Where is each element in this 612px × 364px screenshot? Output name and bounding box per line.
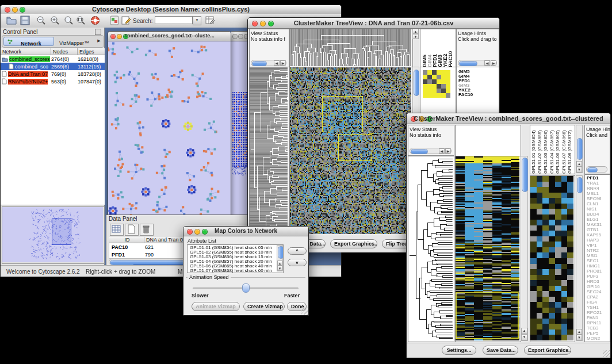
scroll-down-button[interactable]: ▼ [521,334,527,340]
network-name-cell[interactable]: combined_sco [1,63,51,70]
scrollbar-thumb[interactable] [278,246,284,259]
scroll-left-button[interactable]: ◀ [439,148,445,154]
search-input[interactable] [155,16,193,24]
resize-grip[interactable] [301,308,308,315]
tv1-global-heatmap[interactable] [289,67,413,236]
tv2-labels-vscrollbar[interactable]: ▲ ▼ [576,125,583,173]
delete-attribute-icon[interactable] [140,224,154,236]
network-frame-titlebar[interactable]: combined_scores_good.txt--cluste... [108,32,231,41]
scroll-up-button[interactable]: ▲ [576,161,582,167]
birdseye-view[interactable] [2,206,105,264]
scroll-up-button[interactable]: ▲ [412,29,419,34]
scroll-left-button[interactable]: ◀ [274,60,280,66]
scrollbar-thumb[interactable] [587,167,598,173]
export-graphics-button[interactable]: Export Graphics... [330,239,377,248]
search-dropdown-button[interactable]: ▼ [193,16,201,25]
save-data-button[interactable]: Save Data... [483,346,518,355]
view-status-hscrollbar[interactable]: ◀ ▶ [251,60,286,66]
network-name-cell[interactable]: combined_scores [1,56,51,62]
scroll-up-button[interactable]: ▲ [576,329,582,335]
settings-button[interactable]: Settings... [442,346,476,355]
tab-network[interactable]: Network [3,37,54,46]
column-header-edges[interactable]: Edges [78,48,105,55]
move-attribute-down-button[interactable]: v [288,259,307,266]
scroll-right-button[interactable]: ▶ [491,60,496,66]
tv1-row-dendrogram[interactable] [249,67,289,236]
scrollbar-thumb[interactable] [522,158,528,192]
tv2-row-dendrogram[interactable] [408,156,454,342]
animation-speed-slider-thumb[interactable] [242,283,250,293]
tab-vizmapper[interactable]: VizMapper™ [54,37,94,45]
usage-hints-hscrollbar[interactable] [586,166,607,173]
scroll-down-button[interactable]: ▼ [277,266,282,271]
plugin-manager-icon[interactable] [110,16,120,25]
network-table-row[interactable]: DNA and Tran 07769(0)183728(0) [1,70,105,78]
column-header-network[interactable]: Network [1,48,51,55]
main-titlebar[interactable]: Cytoscape Desktop (Session Name: collins… [1,5,341,14]
scrollbar-thumb[interactable] [411,149,428,154]
network-name-cell[interactable]: DNA and Tran 07 [1,71,51,77]
export-graphics-button[interactable]: Export Graphics... [524,346,571,355]
network-table-row[interactable]: combined_scores2764(0)16218(0) [1,55,105,63]
close-button[interactable] [232,34,238,39]
scrollbar-thumb[interactable] [577,138,583,160]
tv2-global-heatmap[interactable] [455,156,521,342]
attribute-listbox[interactable]: GPL51-01 (GSM854) heat shock 05 minGPL51… [187,244,284,273]
network-view-canvas[interactable] [108,41,230,216]
attribute-browser-icon[interactable] [205,16,216,25]
scroll-up-button[interactable]: ▲ [277,260,282,266]
attribute-list-item[interactable]: GPL51-07 (GSM868) heat shock 60 min [189,269,283,273]
attribute-list-vscrollbar[interactable]: ▲ ▼ [277,245,283,271]
scrollbar-thumb[interactable] [414,70,419,96]
scroll-down-button[interactable]: ▼ [412,34,419,39]
gene-label: PUF3 [587,274,610,279]
move-attribute-up-button[interactable]: ^ [288,247,307,255]
scrollbar-thumb[interactable] [577,177,583,193]
select-attributes-icon[interactable] [110,224,124,236]
tv2-vscrollbar[interactable]: ▲ ▼ [521,156,528,341]
zoom-in-icon[interactable] [50,16,60,25]
view-status-hscrollbar[interactable]: ◀ ▶ [410,148,452,154]
birdseye-canvas[interactable] [2,207,103,262]
usage-hints-hscrollbar[interactable]: ◀ ▶ [458,60,497,66]
network-table-row[interactable]: RNAPuberNov2+563(0)107847(0) [1,78,105,85]
float-panel-icon[interactable] [95,29,101,35]
data-column-id[interactable]: ID [109,237,144,243]
minimize-button[interactable] [238,34,243,39]
create-vizmap-button[interactable]: Create Vizmap [243,302,285,311]
tv1-titlebar[interactable]: ClusterMaker TreeView : DNA and Tran 07-… [248,18,499,29]
tv2-zoom-vscrollbar[interactable]: ▲ ▼ [576,175,583,341]
scroll-up-button[interactable]: ▲ [521,328,527,334]
tv2-zoom-heatmap[interactable] [530,175,575,342]
tv2-column-dendrogram[interactable] [455,125,521,157]
tv2-titlebar[interactable]: ClusterMaker TreeView : combined_scores_… [407,113,610,124]
save-icon[interactable] [20,16,30,25]
animate-vizmap-button[interactable]: Animate Vizmap [192,302,240,311]
zoom-out-icon[interactable] [36,16,47,25]
scroll-left-button[interactable]: ◀ [484,60,490,66]
zoom-fit-icon[interactable] [64,16,74,25]
background-network-canvas[interactable] [231,41,249,216]
open-file-icon[interactable] [6,16,17,25]
scroll-down-button[interactable]: ▼ [576,335,582,340]
tab-overflow-arrow[interactable]: ▶ [95,37,102,45]
view-status-line: No status info [408,132,454,138]
new-attribute-icon[interactable] [125,224,139,236]
scroll-down-button[interactable]: ▼ [576,167,582,173]
network-name-cell[interactable]: RNAPuberNov2+ [1,78,51,85]
zoom-selected-icon[interactable] [76,16,86,25]
network-view-frame[interactable]: combined_scores_good.txt--cluste... [108,31,231,217]
tv1-column-dendrogram[interactable] [289,29,413,68]
scroll-right-button[interactable]: ▶ [280,60,286,66]
dialog-titlebar[interactable]: Map Colors to Network [183,227,308,236]
column-header-nodes[interactable]: Nodes [51,48,78,55]
similarity-matrix[interactable] [423,70,450,98]
tv1-row-label: PAC10 [458,93,499,97]
resize-grip[interactable] [603,350,610,357]
scrollbar-thumb[interactable] [459,61,477,66]
help-lifering-icon[interactable] [90,16,101,25]
scroll-right-button[interactable]: ▶ [445,148,451,154]
annotation-icon[interactable] [121,16,132,25]
network-table-row[interactable]: combined_sco2569(6)13112(15) [1,63,105,70]
scrollbar-thumb[interactable] [252,61,267,66]
